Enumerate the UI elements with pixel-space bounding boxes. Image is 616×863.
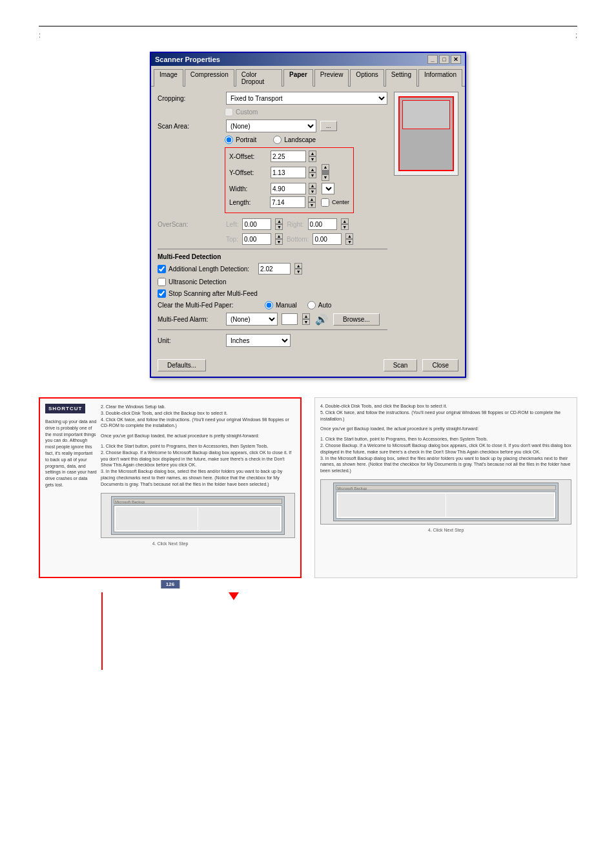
ss-right-col1 (338, 494, 446, 517)
titlebar-buttons: _ □ ✕ (427, 55, 461, 64)
x-offset-label: X-Offset: (229, 153, 268, 160)
top-up[interactable]: ▲ (275, 233, 283, 239)
left-spinner: ▲ ▼ (275, 218, 283, 230)
length-input[interactable] (270, 196, 305, 208)
left-label: Left: (226, 221, 238, 228)
multi-feed-alarm-label: Multi-Feed Alarm: (158, 316, 222, 323)
custom-checkbox-label: Custom (225, 108, 258, 116)
dialog-tabs: Image Compression Color Dropout Paper Pr… (151, 66, 465, 87)
tab-options[interactable]: Options (350, 69, 384, 87)
red-arrow-container (39, 592, 302, 670)
al-up[interactable]: ▲ (294, 263, 302, 269)
maximize-button[interactable]: □ (439, 55, 449, 64)
close-dialog-button[interactable]: Close (422, 359, 458, 371)
right-up[interactable]: ▲ (341, 218, 349, 224)
dialog-titlebar: Scanner Properties _ □ ✕ (151, 53, 465, 66)
left-down[interactable]: ▼ (275, 224, 283, 230)
ultrasonic-checkbox-label: Ultrasonic Detection (158, 278, 226, 286)
al-down[interactable]: ▼ (294, 269, 302, 275)
width-up[interactable]: ▲ (309, 183, 316, 189)
browse-button[interactable]: Browse... (333, 313, 380, 326)
unit-select[interactable]: Inches (226, 334, 291, 347)
scan-area-select[interactable]: (None) (226, 120, 316, 132)
cropping-label: Cropping: (158, 95, 222, 102)
cropping-select[interactable]: Fixed to Transport (226, 92, 387, 105)
right-label: Right: (287, 221, 303, 228)
cropping-row: Cropping: Fixed to Transport (158, 92, 387, 105)
alarm-up[interactable]: ▲ (302, 313, 310, 319)
stop-scanning-row: Stop Scanning after Multi-Feed (158, 289, 387, 298)
dialog-title: Scanner Properties (155, 56, 220, 63)
additional-length-input[interactable] (258, 263, 291, 275)
divider2 (158, 329, 387, 330)
numbered-steps: 1. Click the Start button, point to Prog… (101, 443, 295, 488)
additional-length-checkbox[interactable] (158, 265, 166, 273)
right-down[interactable]: ▼ (341, 224, 349, 230)
scan-button[interactable]: Scan (384, 359, 418, 371)
bottom-input[interactable] (313, 233, 342, 245)
y-offset-spinner: ▲ ▼ (309, 167, 316, 178)
landscape-radio[interactable] (273, 136, 282, 144)
tab-color-dropout[interactable]: Color Dropout (236, 69, 282, 87)
tab-preview[interactable]: Preview (314, 69, 349, 87)
preview-doc-border (398, 96, 454, 171)
custom-checkbox[interactable] (225, 108, 233, 116)
step-text-1: 2. Clear the Windows Setup tab. 3. Doubl… (101, 404, 295, 429)
right-input[interactable] (308, 218, 337, 230)
scanner-properties-dialog: Scanner Properties _ □ ✕ Image Compressi… (150, 52, 466, 378)
tab-setting[interactable]: Setting (385, 69, 417, 87)
tab-paper[interactable]: Paper (283, 69, 313, 87)
multi-feed-alarm-select[interactable]: (None) (226, 313, 278, 326)
top-divider (39, 26, 577, 26)
width-down[interactable]: ▼ (309, 189, 316, 194)
forward-text: Once you've got Backup loaded, the actua… (101, 433, 295, 439)
right-forward-text: Once you've got Backup loaded, the actua… (320, 426, 571, 432)
ss-col1 (116, 507, 198, 530)
ultrasonic-checkbox[interactable] (158, 278, 166, 286)
left-input[interactable] (242, 218, 271, 230)
length-up[interactable]: ▲ (308, 196, 316, 202)
y-offset-down[interactable]: ▼ (309, 172, 316, 178)
tab-image[interactable]: Image (154, 69, 183, 87)
clear-paper-radio-group: Manual Auto (265, 301, 331, 309)
minimize-button[interactable]: _ (427, 55, 438, 64)
scan-area-more-button[interactable]: ... (320, 121, 337, 131)
book-sidebar: SHORTCUT Backing up your data and drive … (45, 404, 97, 538)
tab-compression[interactable]: Compression (185, 69, 234, 87)
x-offset-input[interactable] (271, 151, 306, 162)
screenshot-right-inner: Microsoft Backup (333, 483, 558, 521)
book-screenshot-right: Microsoft Backup (320, 479, 571, 525)
scroll-up[interactable]: ▲ (322, 165, 329, 170)
overscan-top-row: Top: ▲ ▼ Bottom: ▲ ▼ (158, 233, 387, 245)
center-checkbox[interactable] (321, 198, 329, 207)
defaults-button[interactable]: Defaults... (158, 359, 206, 371)
bottom-down[interactable]: ▼ (345, 239, 353, 245)
dialog-form-area: Cropping: Fixed to Transport Custom (158, 92, 458, 347)
width-input[interactable] (271, 183, 306, 194)
red-arrow-line (101, 592, 103, 670)
y-offset-input[interactable] (271, 167, 306, 178)
x-offset-up[interactable]: ▲ (309, 151, 316, 156)
alarm-value-input[interactable] (282, 313, 298, 325)
manual-radio[interactable] (265, 301, 273, 309)
custom-row: Custom (225, 108, 387, 116)
shortcut-label: SHORTCUT (48, 406, 82, 411)
close-button[interactable]: ✕ (451, 55, 461, 64)
auto-radio[interactable] (307, 301, 316, 309)
width-unit-select[interactable] (322, 183, 334, 194)
top-down[interactable]: ▼ (275, 239, 283, 245)
portrait-radio[interactable] (225, 136, 233, 144)
alarm-down[interactable]: ▼ (302, 319, 310, 325)
stop-scanning-checkbox[interactable] (158, 289, 166, 298)
x-offset-spinner: ▲ ▼ (309, 151, 316, 162)
scroll-down[interactable]: ▼ (322, 175, 329, 180)
x-offset-down[interactable]: ▼ (309, 156, 316, 162)
custom-label: Custom (236, 109, 258, 116)
page-content: : ; Scanner Properties _ □ ✕ Image Compr… (0, 0, 616, 699)
top-input[interactable] (242, 233, 271, 245)
bottom-up[interactable]: ▲ (345, 233, 353, 239)
y-offset-up[interactable]: ▲ (309, 167, 316, 172)
left-up[interactable]: ▲ (275, 218, 283, 224)
tab-information[interactable]: Information (418, 69, 462, 87)
length-down[interactable]: ▼ (308, 202, 316, 208)
